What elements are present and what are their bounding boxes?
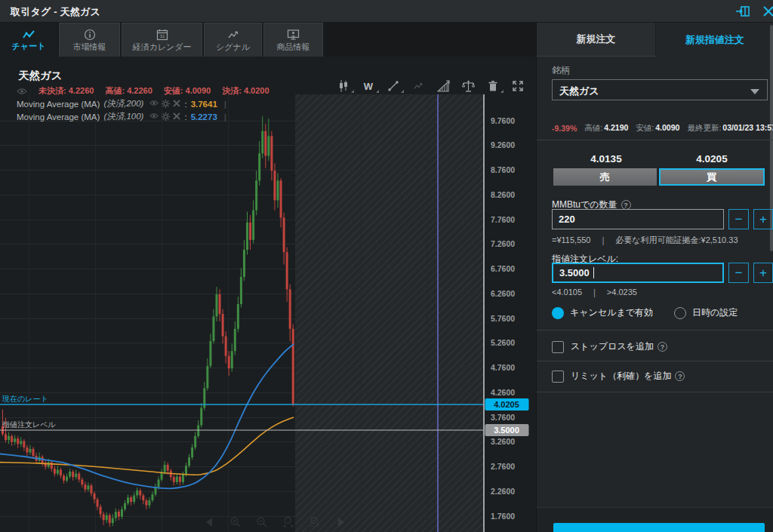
trade-ticket-window: 取引タグ - 天然ガス チャート 市場情報 [0,0,773,532]
svg-text:31: 31 [159,34,165,38]
checkbox-unchecked-icon[interactable] [552,371,564,383]
indicator-divider: | [224,100,226,109]
svg-text:3.7600: 3.7600 [491,413,515,422]
indicator-value: 3.7641 [191,100,217,109]
help-icon[interactable]: ? [675,371,685,381]
quantity-input[interactable] [552,209,724,229]
svg-text:2.2600: 2.2600 [491,487,515,496]
tab-signals[interactable]: シグナル [204,23,262,57]
indicator-row-ma100: Moving Average (MA) (決済,100) : 5.2273 | [17,111,226,122]
divider [537,392,773,392]
bid-ask-prices: 4.0135 4.0205 [553,153,765,165]
tab-product-info[interactable]: 商品情報 [263,23,323,57]
chevron-down-icon [750,89,759,94]
indicator-params: (決済,200) [103,98,143,109]
quantity-increase-button[interactable]: + [753,209,773,229]
fullscreen-expand-icon[interactable] [510,78,525,94]
tab-label: 商品情報 [277,42,310,51]
limit-level-input[interactable] [552,263,724,283]
order-type-tabs: 新規注文 新規指値注文 [537,23,773,57]
tab-new-order[interactable]: 新規注文 [537,23,656,57]
settings-gear-icon[interactable] [162,112,170,121]
chart-type-candle-icon[interactable] [336,78,351,94]
svg-text:8.7600: 8.7600 [491,165,515,174]
svg-text:指値注文レベル: 指値注文レベル [2,420,56,429]
price-chart[interactable]: 指値注文レベル現在のレート9.76009.26008.76008.26007.7… [0,94,536,532]
settings-gear-icon[interactable] [162,100,170,108]
radio-datetime[interactable]: 日時の設定 [674,306,738,319]
info-icon [84,29,96,41]
change-percent: -9.39% [552,124,577,133]
scroll-right-icon[interactable] [334,515,348,529]
chart-tabbar: チャート 市場情報 31 経済カレンダー シグナル 商品情報 [0,23,536,57]
indicator-colon: : [184,100,186,109]
direction-buttons: 売 買 [553,168,765,186]
quantity-row: − + [552,209,766,229]
visibility-eye-icon[interactable] [149,100,159,106]
indicator-row-ma200: Moving Average (MA) (決済,200) : 3.7641 | [17,98,226,109]
help-icon[interactable]: ? [658,342,667,352]
level-decrease-button[interactable]: − [728,263,749,283]
radio-unselected-icon [674,307,686,319]
level-increase-button[interactable]: + [753,263,773,283]
quantity-decrease-button[interactable]: − [728,209,749,229]
delete-trash-icon[interactable] [485,78,500,94]
svg-text:4.2600: 4.2600 [491,388,515,397]
svg-text:7.7600: 7.7600 [491,215,515,224]
buy-button[interactable]: 買 [659,168,765,186]
zoom-in-icon[interactable] [229,515,242,529]
drawing-tool-icon[interactable] [386,78,401,94]
svg-text:7.2600: 7.2600 [491,239,515,248]
zoom-out-icon[interactable] [255,515,269,529]
remove-x-icon[interactable] [173,112,180,120]
chart-ohlc-stats: 未決済: 4.2260 高値: 4.2260 安値: 4.0090 決済: 4.… [17,85,269,97]
checkbox-unchecked-icon[interactable] [552,341,564,353]
indicators-icon[interactable] [436,78,451,94]
tab-economic-calendar[interactable]: 31 経済カレンダー [122,23,202,57]
svg-text:6.7600: 6.7600 [491,264,515,273]
svg-text:4.7600: 4.7600 [491,363,515,372]
scroll-left-icon[interactable] [202,515,216,529]
tab-label: シグナル [216,42,250,51]
instrument-selected-value: 天然ガス [559,85,599,98]
tab-new-limit-order[interactable]: 新規指値注文 [656,23,773,57]
svg-text:4.0205: 4.0205 [494,400,519,409]
takeprofit-checkbox-row[interactable]: リミット（利確）を追加? [552,370,685,383]
signals-toggle-icon[interactable] [411,78,426,94]
visibility-eye-icon[interactable] [149,112,159,119]
tab-market-info[interactable]: 市場情報 [59,23,120,57]
divider [537,361,773,361]
dock-window-icon[interactable] [735,5,750,18]
compare-scale-icon[interactable] [460,78,476,94]
svg-text:3.5000: 3.5000 [494,426,519,435]
svg-text:8.2600: 8.2600 [491,190,515,199]
zoom-reset-icon[interactable] [308,515,322,529]
indicator-params: (決済,100) [103,111,143,122]
radio-selected-icon [552,307,564,319]
calendar-icon: 31 [156,29,168,41]
instrument-select[interactable]: 天然ガス [552,79,768,100]
svg-text:9.7600: 9.7600 [491,116,515,125]
timeframe-button[interactable]: W [361,78,376,94]
market-stats-row: -9.39% 高値:4.2190 安値:4.0090 最終更新:03/01/23… [552,123,773,134]
monitor-icon [287,29,300,41]
sell-price: 4.0135 [553,153,659,165]
visibility-eye-icon[interactable] [17,88,27,95]
zoom-x-axis-icon[interactable] [282,515,295,529]
panel-footer [537,507,773,532]
indicator-name: Moving Average (MA) [17,100,100,109]
sell-button[interactable]: 売 [553,168,657,186]
svg-text:6.2600: 6.2600 [491,289,515,298]
chart-nav-controls [202,515,348,529]
svg-text:1.7600: 1.7600 [491,512,515,521]
order-ticket-panel: 新規注文 新規指値注文 銘柄 天然ガス -9.39% 高値:4.2190 安値:… [536,23,773,532]
close-icon[interactable] [761,5,773,18]
tab-chart[interactable]: チャート [0,23,57,57]
submit-order-button[interactable] [553,523,765,532]
radio-good-till-cancel[interactable]: キャンセルまで有効 [552,306,653,319]
stat-high: 高値:4.2190 [584,123,628,134]
signal-icon [227,29,239,41]
title-bar: 取引タグ - 天然ガス [0,0,773,23]
remove-x-icon[interactable] [173,100,180,107]
stoploss-checkbox-row[interactable]: ストップロスを追加? [552,340,667,353]
